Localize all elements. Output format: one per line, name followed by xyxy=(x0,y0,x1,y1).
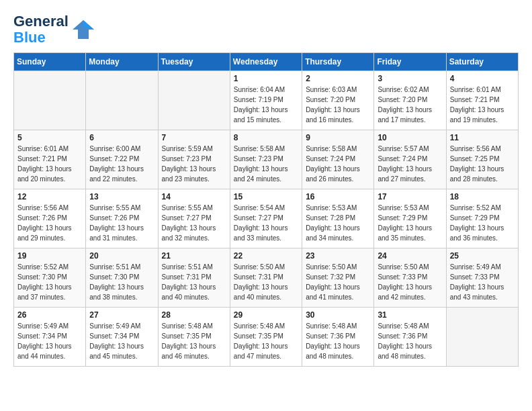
day-info: Sunrise: 5:55 AMSunset: 7:26 PMDaylight:… xyxy=(89,203,154,243)
week-row-1: 1Sunrise: 6:04 AMSunset: 7:19 PMDaylight… xyxy=(14,71,519,130)
day-number: 17 xyxy=(378,192,442,201)
calendar-cell: 13Sunrise: 5:55 AMSunset: 7:26 PMDayligh… xyxy=(86,189,158,248)
day-number: 29 xyxy=(234,310,298,320)
week-row-4: 19Sunrise: 5:52 AMSunset: 7:30 PMDayligh… xyxy=(14,248,519,308)
day-info: Sunrise: 5:50 AMSunset: 7:31 PMDaylight:… xyxy=(234,262,298,302)
logo: General Blue xyxy=(13,13,95,46)
day-number: 28 xyxy=(162,310,226,320)
day-info: Sunrise: 5:48 AMSunset: 7:35 PMDaylight:… xyxy=(162,321,226,361)
calendar-cell: 26Sunrise: 5:49 AMSunset: 7:34 PMDayligh… xyxy=(14,308,86,367)
day-info: Sunrise: 6:01 AMSunset: 7:21 PMDaylight:… xyxy=(450,85,515,125)
day-number: 18 xyxy=(450,192,515,201)
calendar-cell: 7Sunrise: 5:59 AMSunset: 7:23 PMDaylight… xyxy=(158,130,230,189)
page-header: General Blue xyxy=(13,13,519,46)
day-info: Sunrise: 5:51 AMSunset: 7:31 PMDaylight:… xyxy=(162,262,226,302)
calendar-cell: 6Sunrise: 6:00 AMSunset: 7:22 PMDaylight… xyxy=(86,130,158,189)
day-header-friday: Friday xyxy=(374,53,446,71)
calendar-cell: 19Sunrise: 5:52 AMSunset: 7:30 PMDayligh… xyxy=(14,248,86,308)
day-number: 27 xyxy=(89,310,154,320)
calendar-cell: 17Sunrise: 5:53 AMSunset: 7:29 PMDayligh… xyxy=(374,189,446,248)
day-number: 10 xyxy=(378,133,442,142)
day-info: Sunrise: 6:04 AMSunset: 7:19 PMDaylight:… xyxy=(234,85,298,125)
day-number: 23 xyxy=(306,251,370,261)
day-number: 6 xyxy=(89,133,154,142)
day-info: Sunrise: 6:02 AMSunset: 7:20 PMDaylight:… xyxy=(378,85,442,125)
calendar-cell xyxy=(446,308,518,367)
calendar-cell xyxy=(158,71,230,130)
day-number: 2 xyxy=(306,74,370,83)
day-number: 24 xyxy=(378,251,442,261)
day-number: 9 xyxy=(306,133,370,142)
day-number: 12 xyxy=(17,192,82,201)
day-number: 21 xyxy=(162,251,226,261)
calendar-cell: 4Sunrise: 6:01 AMSunset: 7:21 PMDaylight… xyxy=(446,71,518,130)
day-header-saturday: Saturday xyxy=(446,53,518,71)
calendar-cell: 29Sunrise: 5:48 AMSunset: 7:35 PMDayligh… xyxy=(230,308,302,367)
calendar-cell: 23Sunrise: 5:50 AMSunset: 7:32 PMDayligh… xyxy=(302,248,374,308)
calendar-cell: 11Sunrise: 5:56 AMSunset: 7:25 PMDayligh… xyxy=(446,130,518,189)
day-number: 15 xyxy=(234,192,298,201)
day-header-wednesday: Wednesday xyxy=(230,53,302,71)
calendar-cell: 27Sunrise: 5:49 AMSunset: 7:34 PMDayligh… xyxy=(86,308,158,367)
calendar-cell: 9Sunrise: 5:58 AMSunset: 7:24 PMDaylight… xyxy=(302,130,374,189)
week-row-3: 12Sunrise: 5:56 AMSunset: 7:26 PMDayligh… xyxy=(14,189,519,248)
calendar-cell: 14Sunrise: 5:55 AMSunset: 7:27 PMDayligh… xyxy=(158,189,230,248)
day-info: Sunrise: 5:53 AMSunset: 7:29 PMDaylight:… xyxy=(378,203,442,243)
logo-icon xyxy=(71,17,95,42)
day-number: 22 xyxy=(234,251,298,261)
day-info: Sunrise: 5:59 AMSunset: 7:23 PMDaylight:… xyxy=(162,144,226,184)
day-number: 26 xyxy=(17,310,82,320)
day-number: 25 xyxy=(450,251,515,261)
day-info: Sunrise: 5:58 AMSunset: 7:23 PMDaylight:… xyxy=(234,144,298,184)
day-number: 19 xyxy=(17,251,82,261)
day-info: Sunrise: 5:48 AMSunset: 7:36 PMDaylight:… xyxy=(378,321,442,361)
calendar-cell xyxy=(86,71,158,130)
calendar-cell: 16Sunrise: 5:53 AMSunset: 7:28 PMDayligh… xyxy=(302,189,374,248)
calendar-cell: 5Sunrise: 6:01 AMSunset: 7:21 PMDaylight… xyxy=(14,130,86,189)
calendar-cell: 3Sunrise: 6:02 AMSunset: 7:20 PMDaylight… xyxy=(374,71,446,130)
day-number: 8 xyxy=(234,133,298,142)
day-header-tuesday: Tuesday xyxy=(158,53,230,71)
day-info: Sunrise: 5:48 AMSunset: 7:36 PMDaylight:… xyxy=(306,321,370,361)
calendar-cell: 31Sunrise: 5:48 AMSunset: 7:36 PMDayligh… xyxy=(374,308,446,367)
day-info: Sunrise: 5:58 AMSunset: 7:24 PMDaylight:… xyxy=(306,144,370,184)
day-info: Sunrise: 5:52 AMSunset: 7:30 PMDaylight:… xyxy=(17,262,82,302)
calendar-cell: 30Sunrise: 5:48 AMSunset: 7:36 PMDayligh… xyxy=(302,308,374,367)
calendar-cell: 15Sunrise: 5:54 AMSunset: 7:27 PMDayligh… xyxy=(230,189,302,248)
week-row-5: 26Sunrise: 5:49 AMSunset: 7:34 PMDayligh… xyxy=(14,308,519,367)
calendar-cell: 25Sunrise: 5:49 AMSunset: 7:33 PMDayligh… xyxy=(446,248,518,308)
day-info: Sunrise: 5:52 AMSunset: 7:29 PMDaylight:… xyxy=(450,203,515,243)
day-number: 11 xyxy=(450,133,515,142)
day-info: Sunrise: 5:50 AMSunset: 7:33 PMDaylight:… xyxy=(378,262,442,302)
day-info: Sunrise: 5:49 AMSunset: 7:34 PMDaylight:… xyxy=(89,321,154,361)
day-number: 1 xyxy=(234,74,298,83)
day-info: Sunrise: 5:56 AMSunset: 7:25 PMDaylight:… xyxy=(450,144,515,184)
day-info: Sunrise: 6:03 AMSunset: 7:20 PMDaylight:… xyxy=(306,85,370,125)
calendar-cell: 8Sunrise: 5:58 AMSunset: 7:23 PMDaylight… xyxy=(230,130,302,189)
week-row-2: 5Sunrise: 6:01 AMSunset: 7:21 PMDaylight… xyxy=(14,130,519,189)
day-info: Sunrise: 5:54 AMSunset: 7:27 PMDaylight:… xyxy=(234,203,298,243)
day-number: 5 xyxy=(17,133,82,142)
day-number: 31 xyxy=(378,310,442,320)
logo-text: General Blue xyxy=(13,13,69,46)
day-header-monday: Monday xyxy=(86,53,158,71)
day-number: 20 xyxy=(89,251,154,261)
day-info: Sunrise: 5:49 AMSunset: 7:33 PMDaylight:… xyxy=(450,262,515,302)
day-number: 16 xyxy=(306,192,370,201)
header-row: SundayMondayTuesdayWednesdayThursdayFrid… xyxy=(14,53,519,71)
calendar-cell: 18Sunrise: 5:52 AMSunset: 7:29 PMDayligh… xyxy=(446,189,518,248)
day-number: 3 xyxy=(378,74,442,83)
calendar-cell: 24Sunrise: 5:50 AMSunset: 7:33 PMDayligh… xyxy=(374,248,446,308)
calendar-cell: 12Sunrise: 5:56 AMSunset: 7:26 PMDayligh… xyxy=(14,189,86,248)
day-number: 13 xyxy=(89,192,154,201)
calendar-cell: 22Sunrise: 5:50 AMSunset: 7:31 PMDayligh… xyxy=(230,248,302,308)
day-number: 14 xyxy=(162,192,226,201)
day-header-sunday: Sunday xyxy=(14,53,86,71)
day-info: Sunrise: 5:48 AMSunset: 7:35 PMDaylight:… xyxy=(234,321,298,361)
day-number: 30 xyxy=(306,310,370,320)
day-info: Sunrise: 6:00 AMSunset: 7:22 PMDaylight:… xyxy=(89,144,154,184)
day-number: 7 xyxy=(162,133,226,142)
day-number: 4 xyxy=(450,74,515,83)
calendar-cell: 21Sunrise: 5:51 AMSunset: 7:31 PMDayligh… xyxy=(158,248,230,308)
day-info: Sunrise: 5:53 AMSunset: 7:28 PMDaylight:… xyxy=(306,203,370,243)
